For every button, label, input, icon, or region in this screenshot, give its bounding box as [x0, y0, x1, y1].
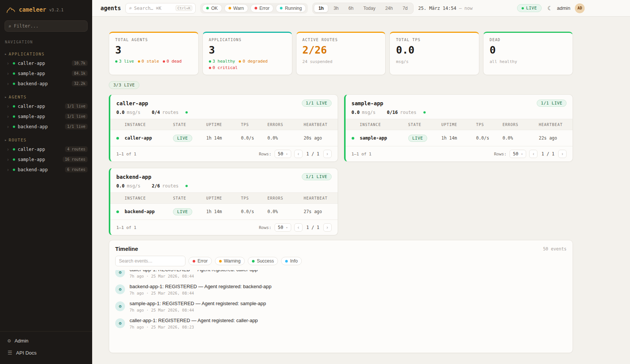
live-dot: [522, 7, 524, 9]
section-header-routes[interactable]: ▸ ROUTES: [0, 136, 92, 144]
range-button-today[interactable]: Today: [359, 4, 380, 12]
event-filter-info[interactable]: Info: [281, 257, 302, 265]
sidebar-item-badge: 1/1 live: [65, 114, 88, 119]
date-text: 25. März: [418, 6, 440, 11]
prev-page-button[interactable]: ‹: [294, 223, 303, 232]
chevron-right-icon: ›: [7, 157, 10, 162]
app-card-title[interactable]: sample-app: [352, 100, 383, 106]
stat-card-total-agents: TOTAL AGENTS 3 3 live 0 stale 0 dead: [109, 32, 199, 75]
events-search[interactable]: [115, 256, 185, 266]
sidebar-item-agents-backend-app[interactable]: › backend-app 1/1 live: [0, 121, 92, 132]
sidebar-item-label: caller-app: [18, 104, 45, 109]
event-title: sample-app-1: REGISTERED — Agent registe…: [130, 301, 266, 306]
warn-dot: [219, 260, 222, 263]
sidebar-item-badge: 1/1 live: [65, 124, 88, 129]
events-list[interactable]: ⚙ caller-app-1: REGISTERED — Agent regis…: [109, 270, 573, 352]
routes-value: 2/6: [152, 183, 160, 189]
table-row[interactable]: backend-app LIVE 1h 14m 0.0/s 0.0% 27s a…: [110, 204, 338, 220]
sidebar-item-admin[interactable]: ⚙ Admin: [3, 335, 89, 347]
chevron-right-icon: ›: [7, 124, 10, 129]
live-count-badge: 1/1 LIVE: [302, 173, 332, 180]
global-search-input[interactable]: [134, 6, 173, 11]
status-dot: [116, 137, 119, 140]
stat-value: 3: [115, 44, 192, 56]
live-status-badge[interactable]: LIVE: [517, 4, 542, 12]
column-header: HEARTBEAT: [304, 123, 332, 127]
rows-per-page-select[interactable]: 50 ▾: [510, 150, 526, 158]
sidebar-item-routes-backend-app[interactable]: › backend-app 6 routes: [0, 164, 92, 175]
filter-chip-ok[interactable]: OK: [202, 4, 222, 12]
filter-chip-running[interactable]: Running: [276, 4, 306, 12]
gear-icon: ⚙: [8, 338, 11, 344]
sidebar-filter-input[interactable]: [14, 23, 84, 29]
range-button-3h[interactable]: 3h: [329, 4, 343, 12]
timeline-title: Timeline: [115, 246, 138, 252]
app-card-title[interactable]: caller-app: [116, 100, 148, 106]
event-item[interactable]: ⚙ caller-app-1: REGISTERED — Agent regis…: [115, 315, 567, 332]
event-filter-warning[interactable]: Warning: [215, 257, 245, 265]
event-item[interactable]: ⚙ caller-app-1: REGISTERED — Agent regis…: [115, 270, 567, 281]
avatar[interactable]: AD: [575, 3, 585, 13]
instance-name: sample-app: [360, 135, 408, 141]
app-root: cameleer v3.2.1 ⌕ NAVIGATION ▸ APPLICATI…: [0, 0, 630, 364]
sidebar-item-routes-caller-app[interactable]: › caller-app 4 routes: [0, 144, 92, 154]
rows-label: Rows:: [494, 152, 506, 157]
range-button-6h[interactable]: 6h: [344, 4, 358, 12]
event-item[interactable]: ⚙ sample-app-1: REGISTERED — Agent regis…: [115, 298, 567, 315]
sidebar-item-routes-sample-app[interactable]: › sample-app 16 routes: [0, 154, 92, 164]
section-header-applications[interactable]: ▸ APPLICATIONS: [0, 50, 92, 58]
filter-chip-warn[interactable]: Warn: [224, 4, 248, 12]
chevron-down-icon: ▾: [286, 152, 288, 156]
search-icon: ⌕: [8, 23, 11, 29]
error-dot: [163, 60, 165, 63]
table-row[interactable]: sample-app LIVE 1h 14m 0.0/s 0.0% 22s ag…: [346, 130, 573, 146]
chip-label: Running: [285, 6, 302, 11]
sidebar-item-applications-caller-app[interactable]: › caller-app 10.7k: [0, 58, 92, 68]
events-search-input[interactable]: [119, 258, 182, 264]
sidebar-item-applications-sample-app[interactable]: › sample-app 84.1k: [0, 68, 92, 78]
sidebar-filter[interactable]: ⌕: [5, 20, 88, 32]
time-range-readout[interactable]: 25. März 14:54 — now: [418, 6, 472, 11]
event-filter-error[interactable]: Error: [188, 257, 212, 265]
rows-per-page-select[interactable]: 50 ▾: [275, 150, 291, 158]
column-header: ERRORS: [267, 196, 304, 200]
event-item[interactable]: ⚙ backend-app-1: REGISTERED — Agent regi…: [115, 281, 567, 298]
next-page-button[interactable]: ›: [323, 223, 332, 232]
status-dot: [13, 72, 15, 75]
column-header: INSTANCE: [360, 123, 408, 127]
rows-value: 50: [278, 225, 283, 230]
prev-page-button[interactable]: ‹: [529, 150, 537, 158]
table-header: INSTANCE STATE UPTIME TPS ERRORS HEARTBE…: [346, 119, 573, 130]
routes-label: routes: [400, 110, 416, 115]
app-cards-grid: caller-app 1/1 LIVE 0.0 msg/s 0/4 routes: [109, 94, 573, 235]
sidebar-item-api-docs[interactable]: ☰ API Docs: [3, 347, 89, 359]
stat-value: 2/26: [303, 44, 380, 56]
row-range-label: 1–1 of 1: [116, 152, 136, 157]
rows-per-page-select[interactable]: 50 ▾: [275, 223, 291, 232]
event-filter-success[interactable]: Success: [248, 257, 278, 265]
stat-detail: 0 dead: [167, 59, 182, 64]
stat-sub: msg/s: [396, 59, 473, 64]
table-row[interactable]: caller-app LIVE 1h 14m 0.0/s 0.0% 20s ag…: [110, 130, 338, 146]
next-page-button[interactable]: ›: [558, 150, 567, 158]
live-summary-badge: 3/3 LIVE: [109, 81, 139, 89]
prev-page-button[interactable]: ‹: [294, 150, 303, 158]
range-button-7d[interactable]: 7d: [398, 4, 412, 12]
sidebar-item-applications-backend-app[interactable]: › backend-app 32.2k: [0, 78, 92, 89]
next-page-button[interactable]: ›: [323, 150, 332, 158]
section-header-agents[interactable]: ▸ AGENTS: [0, 93, 92, 101]
chevron-down-icon: ▾: [286, 226, 288, 229]
filter-chip-error[interactable]: Error: [250, 4, 274, 12]
event-time: 7h ago · 25 Mar 2026, 08:44: [130, 291, 272, 295]
app-card-title[interactable]: backend-app: [116, 174, 151, 180]
health-dot: [423, 111, 426, 114]
sidebar-item-agents-caller-app[interactable]: › caller-app 1/1 live: [0, 101, 92, 111]
dark-mode-toggle[interactable]: ☾: [546, 3, 553, 13]
event-time: 7h ago · 25 Mar 2026, 08:23: [130, 325, 258, 329]
global-search[interactable]: ⌕ Ctrl+K: [125, 3, 196, 14]
range-button-1h[interactable]: 1h: [314, 4, 328, 12]
sidebar-item-label: sample-app: [18, 114, 45, 119]
stats-row: TOTAL AGENTS 3 3 live 0 stale 0 dead APP…: [109, 32, 573, 75]
sidebar-item-agents-sample-app[interactable]: › sample-app 1/1 live: [0, 111, 92, 121]
range-button-24h[interactable]: 24h: [381, 4, 397, 12]
